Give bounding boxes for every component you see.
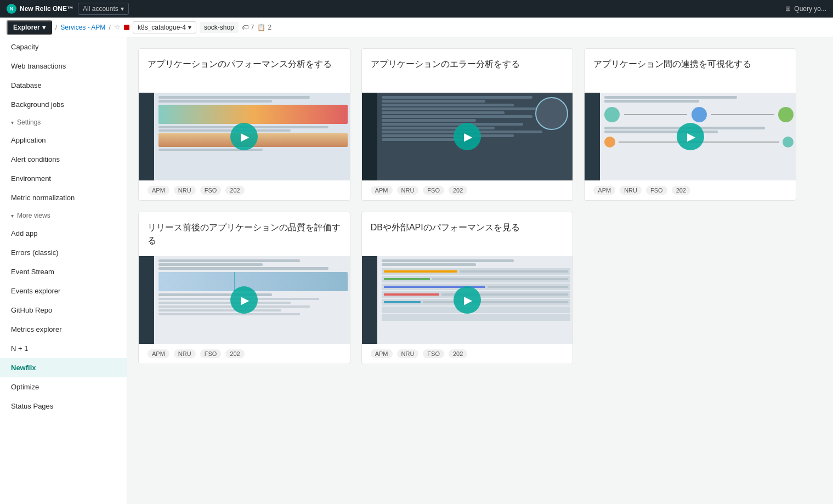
more-views-section-header[interactable]: ▾ More views — [0, 207, 127, 224]
sidebar-item-label: N + 1 — [11, 344, 28, 353]
sidebar-item-label: Database — [11, 81, 42, 89]
settings-section-header[interactable]: ▾ Settings — [0, 114, 127, 131]
video-card-3-footer: APM NRU FSO 202 — [585, 180, 796, 200]
tag-nru: NRU — [174, 349, 196, 358]
sidebar-item-label: Optimize — [11, 383, 39, 391]
tag-202: 202 — [225, 349, 244, 358]
sidebar-item-application[interactable]: Application — [0, 131, 127, 150]
play-icon: ▶ — [241, 293, 249, 307]
sidebar-item-metric-normalization[interactable]: Metric normalization — [0, 188, 127, 207]
tags-badge[interactable]: 🏷 7 — [242, 24, 254, 31]
sidebar-item-alert-conditions[interactable]: Alert conditions — [0, 150, 127, 169]
chevron-down-icon: ▾ — [121, 5, 124, 13]
sidebar-item-label: Errors (classic) — [11, 248, 59, 257]
video-card-2-title: アプリケーションのエラー分析をする — [362, 49, 573, 93]
all-accounts-label: All accounts — [83, 5, 118, 13]
play-button-5[interactable]: ▶ — [454, 286, 481, 314]
breadcrumb-services-apm[interactable]: Services - APM — [60, 24, 105, 31]
breadcrumb-sep-1: / — [55, 23, 58, 31]
video-thumbnail-3: ▶ — [585, 93, 796, 180]
video-card-4-footer: APM NRU FSO 202 — [139, 344, 350, 364]
sidebar-item-status-pages[interactable]: Status Pages — [0, 397, 127, 416]
video-thumbnail-4: ▶ — [139, 256, 350, 344]
play-button-1[interactable]: ▶ — [230, 123, 258, 150]
deploy-icon: 📋 — [257, 24, 265, 31]
video-card-1[interactable]: アプリケーションのパフォーマンス分析をする — [138, 48, 350, 201]
sidebar-item-label: GitHub Repo — [11, 306, 52, 314]
sidebar-item-event-stream[interactable]: Event Stream — [0, 262, 127, 281]
tag-fso: FSO — [200, 349, 222, 358]
sidebar-item-events-explorer[interactable]: Events explorer — [0, 281, 127, 301]
tag-fso: FSO — [423, 349, 444, 358]
tag-nru: NRU — [174, 186, 196, 195]
tag-202: 202 — [225, 186, 244, 195]
play-button-4[interactable]: ▶ — [230, 286, 258, 314]
sidebar-item-label: Status Pages — [11, 402, 53, 410]
video-card-2[interactable]: アプリケーションのエラー分析をする — [361, 48, 574, 201]
play-icon: ▶ — [464, 130, 472, 143]
video-card-3-title: アプリケーション間の連携を可視化する — [585, 49, 796, 93]
chevron-down-icon: ▾ — [11, 213, 14, 219]
sidebar-item-web-transactions[interactable]: Web transactions — [0, 56, 127, 76]
sidebar-item-capacity[interactable]: Capacity — [0, 37, 127, 56]
sidebar-item-add-app[interactable]: Add app — [0, 224, 127, 243]
sidebar-item-errors-classic[interactable]: Errors (classic) — [0, 243, 127, 262]
tag-apm: APM — [371, 186, 393, 195]
query-button[interactable]: ⊞ Query yo... — [785, 5, 826, 13]
sidebar-item-label: Application — [11, 136, 46, 144]
video-card-1-footer: APM NRU FSO 202 — [139, 180, 350, 200]
play-icon: ▶ — [464, 293, 472, 307]
main-layout: Capacity Web transactions Database Backg… — [0, 37, 833, 504]
video-grid-row2: リリース前後のアプリケーションの品質を評価する — [138, 212, 796, 364]
video-card-5-footer: APM NRU FSO 202 — [362, 344, 573, 364]
deployments-badge[interactable]: 📋 2 — [257, 24, 271, 31]
tag-fso: FSO — [646, 186, 667, 195]
video-card-4[interactable]: リリース前後のアプリケーションの品質を評価する — [138, 212, 350, 364]
nr-logo: N New Relic ONE™ — [7, 4, 73, 14]
video-card-1-title: アプリケーションのパフォーマンス分析をする — [139, 49, 350, 93]
video-grid-row1: アプリケーションのパフォーマンス分析をする — [138, 48, 796, 201]
sidebar-item-optimize[interactable]: Optimize — [0, 377, 127, 397]
video-card-5[interactable]: DBや外部APIのパフォーマンスを見る — [361, 212, 574, 364]
sidebar-item-label: Web transactions — [11, 62, 66, 70]
all-accounts-button[interactable]: All accounts ▾ — [78, 3, 129, 15]
sidebar-item-newflix[interactable]: Newflix — [0, 358, 127, 377]
sidebar-item-label: Environment — [11, 174, 51, 183]
play-button-3[interactable]: ▶ — [677, 123, 704, 150]
tag-apm: APM — [148, 186, 169, 195]
k8s-badge-button[interactable]: k8s_catalogue-4 ▾ — [133, 21, 196, 33]
tag-nru: NRU — [620, 186, 642, 195]
sidebar-item-background-jobs[interactable]: Background jobs — [0, 95, 127, 114]
play-button-2[interactable]: ▶ — [454, 123, 481, 150]
explorer-label: Explorer — [13, 24, 40, 31]
sidebar-item-metrics-explorer[interactable]: Metrics explorer — [0, 320, 127, 339]
tag-apm: APM — [148, 349, 169, 358]
sidebar-item-n-plus-1[interactable]: N + 1 — [0, 339, 127, 358]
sidebar: Capacity Web transactions Database Backg… — [0, 37, 127, 504]
play-icon: ▶ — [687, 130, 695, 143]
sock-shop-badge: sock-shop — [200, 22, 239, 33]
video-card-3[interactable]: アプリケーション間の連携を可視化する — [584, 48, 796, 201]
topbar-left: N New Relic ONE™ All accounts ▾ — [7, 3, 129, 15]
tag-202: 202 — [449, 186, 467, 195]
main-content: アプリケーションのパフォーマンス分析をする — [127, 37, 833, 504]
tag-fso: FSO — [200, 186, 222, 195]
sidebar-item-environment[interactable]: Environment — [0, 169, 127, 188]
tag-apm: APM — [593, 186, 615, 195]
settings-label: Settings — [17, 118, 41, 126]
deployments-count: 2 — [268, 24, 271, 31]
health-indicator — [124, 25, 129, 30]
explorer-button[interactable]: Explorer ▾ — [7, 20, 52, 35]
sidebar-item-github-repo[interactable]: GitHub Repo — [0, 301, 127, 320]
tag-nru: NRU — [397, 186, 419, 195]
tag-nru: NRU — [397, 349, 419, 358]
star-icon[interactable]: ☆ — [114, 23, 121, 31]
k8s-label: k8s_catalogue-4 — [138, 24, 186, 31]
sidebar-item-label: Event Stream — [11, 268, 54, 276]
nr-logo-text: New Relic ONE™ — [20, 5, 73, 13]
sidebar-item-database[interactable]: Database — [0, 76, 127, 95]
tag-fso: FSO — [423, 186, 444, 195]
nr-logo-icon: N — [7, 4, 16, 14]
tag-apm: APM — [371, 349, 393, 358]
sidebar-item-label: Newflix — [11, 364, 36, 372]
